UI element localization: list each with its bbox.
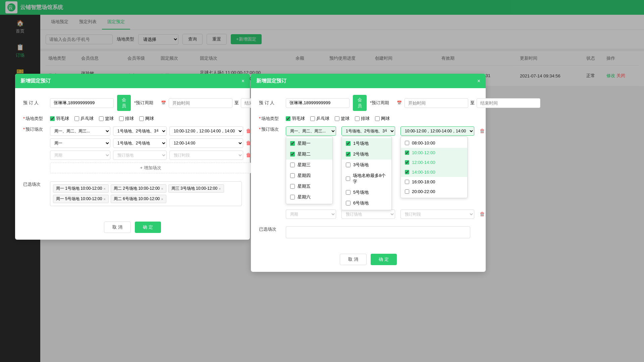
modal-2-time-2022[interactable]: 20:00-22:00: [401, 187, 467, 196]
modal-2-cancel-button[interactable]: 取 消: [340, 254, 367, 265]
modal-2-court-5[interactable]: 5号场地: [342, 187, 391, 198]
modal-2-member-input[interactable]: [286, 98, 350, 108]
modal-1-row3-time-select[interactable]: 预订时段: [169, 150, 243, 160]
modal-2-sport-checkboxes: 羽毛球 乒乓球 篮球 排球 网球: [286, 116, 390, 122]
modal-1-confirm-button[interactable]: 确 定: [135, 222, 161, 233]
modal-1-badminton-checkbox[interactable]: 羽毛球: [50, 116, 69, 122]
modal-2-row1-time-select[interactable]: 10:00-12:00，12:00-14:00，14:00-16:00，1...: [400, 126, 474, 136]
modal-1-basketball-checkbox[interactable]: 篮球: [99, 116, 114, 122]
modal-2-row2-weekday-select[interactable]: 周期: [286, 209, 336, 219]
modal-2-selected-label: 已选场次: [259, 226, 282, 232]
modal-2-member-row: 预 订 人 会员 *预订周期 📅 至: [259, 95, 478, 111]
modal-1-tag-3-close[interactable]: ×: [219, 187, 221, 191]
modal-2-time-1012[interactable]: 10:00-12:00: [401, 148, 467, 158]
modal-2-footer: 取 消 确 定: [251, 250, 486, 272]
modal-2-weekday-tuesday[interactable]: 星期二: [286, 149, 332, 160]
modal-1-row2-delete-button[interactable]: 🗑: [246, 140, 251, 146]
modal-2-field-type-label: 场地类型: [259, 116, 282, 122]
modal-1-sport-checkboxes: 羽毛球 乒乓球 篮球 排球 网球: [50, 116, 154, 122]
modal-2-court-6[interactable]: 6号场地: [342, 198, 391, 208]
modal-1-period-to: 至: [234, 100, 239, 106]
modal-1-volleyball-checkbox[interactable]: 排球: [119, 116, 134, 122]
modal-2-volleyball-checkbox[interactable]: 排球: [355, 116, 370, 122]
modal-1-title: 新增固定预订: [20, 78, 51, 84]
modal-2-basketball-checkbox[interactable]: 篮球: [335, 116, 350, 122]
modal-1-selected-label: 已选场次: [23, 181, 47, 187]
modal-1-row1-court-select[interactable]: 1号场地、2号场地、3号...: [113, 126, 167, 136]
modal-1-selected-row: 已选场次 周一 1号场地 10:00-12:00 × 周二 2号场地 10:00…: [23, 181, 242, 206]
modal-2-time-1214[interactable]: 12:00-14:00: [401, 158, 467, 167]
modal-2-time-1618[interactable]: 16:00-18:00: [401, 177, 467, 187]
modal-2-time-dropdown: 08:00-10:00 10:00-12:00 12:00-14:00 14:0…: [400, 136, 468, 198]
modal-1-row2-time-select[interactable]: 12:00-14:00: [169, 138, 243, 148]
modal-1-cancel-button[interactable]: 取 消: [104, 222, 131, 233]
modal-2-weekday-thursday[interactable]: 星期四: [286, 170, 332, 181]
modal-1-member-button[interactable]: 会员: [117, 95, 131, 111]
modal-2-pingpong-checkbox[interactable]: 乒乓球: [310, 116, 329, 122]
modal-1-tag-2-close[interactable]: ×: [161, 187, 163, 191]
modal-1-field-type-label: 场地类型: [23, 116, 47, 122]
modal-1-member-label: 预 订 人: [23, 100, 47, 106]
modal-2-body: 预 订 人 会员 *预订周期 📅 至 场地类型 羽毛球: [251, 88, 486, 250]
modal-2-booking-row-2: 周期 预订场地 预订时段 🗑: [286, 209, 485, 219]
modal-1-pingpong-checkbox[interactable]: 乒乓球: [74, 116, 94, 122]
modal-1-tennis-checkbox[interactable]: 网球: [139, 116, 154, 122]
modal-2-close-button[interactable]: ×: [477, 78, 480, 84]
modal-2-court-4[interactable]: 场地名称最多8个字: [342, 170, 391, 187]
modal-2-weekday-friday[interactable]: 星期五: [286, 181, 332, 192]
modal-2-member-label: 预 订 人: [259, 100, 282, 106]
modal-1-period-start[interactable]: [169, 98, 232, 108]
modal-1-body: 预 订 人 会员 *预订周期 📅 至 场地类型 羽毛球: [15, 88, 250, 218]
modal-1-member-input[interactable]: [50, 98, 114, 108]
modal-2-field-type-row: 场地类型 羽毛球 乒乓球 篮球 排球 网球: [259, 116, 478, 122]
modal-2-row2-time-select[interactable]: 预订时段: [400, 209, 474, 219]
modal-add-fixed-1: 新增固定预订 × 预 订 人 会员 *预订周期 📅 至 场地类型: [15, 74, 250, 240]
modal-2-period-end[interactable]: [477, 98, 540, 108]
modal-1-row3-weekday-select[interactable]: 周期: [50, 150, 110, 160]
modal-2-row2-delete-button[interactable]: 🗑: [480, 211, 485, 217]
modal-2-time-0810[interactable]: 08:00-10:00: [401, 138, 467, 148]
modal-1-tag-4-close[interactable]: ×: [103, 197, 105, 201]
modal-1-booking-row-1: 周一、周二、周三... 1号场地、2号场地、3号... 10:00-12:00，…: [50, 126, 251, 136]
modal-2-court-1[interactable]: 1号场地: [342, 138, 391, 149]
modal-1-tag-5-close[interactable]: ×: [161, 197, 163, 201]
modal-1-add-row-button[interactable]: + 增加场次: [50, 163, 251, 173]
modal-1-header: 新增固定预订 ×: [15, 74, 250, 88]
modal-2-weekday-container: 周一、周二、周三... 星期一 星期二: [286, 126, 336, 136]
modal-1-row1-weekday-select[interactable]: 周一、周二、周三...: [50, 126, 110, 136]
modal-2-period-start[interactable]: [405, 98, 468, 108]
modal-2-confirm-button[interactable]: 确 定: [371, 254, 397, 265]
modal-2-booking-rows: 周一、周二、周三... 星期一 星期二: [286, 126, 485, 222]
modal-1-booking-row-2: 周一 1号场地、2号场地 12:00-14:00 🗑: [50, 138, 251, 148]
modal-1-row2-court-select[interactable]: 1号场地、2号场地: [113, 138, 167, 148]
modal-1-tag-5: 周二 6号场地 10:00-12:00 ×: [111, 195, 166, 203]
modal-1-row3-delete-button[interactable]: 🗑: [246, 152, 251, 158]
modal-1-booking-row-3: 周期 预订场地 预订时段 🗑: [50, 150, 251, 160]
modal-2-period-input: 📅 至: [397, 98, 540, 108]
modal-1-close-button[interactable]: ×: [241, 78, 245, 84]
modal-1-row2-weekday-select[interactable]: 周一: [50, 138, 110, 148]
modal-2-tennis-checkbox[interactable]: 网球: [375, 116, 390, 122]
modal-add-fixed-2: 新增固定预订 × 预 订 人 会员 *预订周期 📅 至 场地类型: [251, 74, 486, 272]
modal-2-badminton-checkbox[interactable]: 羽毛球: [286, 116, 305, 122]
modal-1-row1-time-select[interactable]: 10:00-12:00，12:00-14:00，14:00-16:00，1...: [169, 126, 243, 136]
modal-1-row3-court-select[interactable]: 预订场地: [113, 150, 167, 160]
modal-1-row1-delete-button[interactable]: 🗑: [246, 128, 251, 134]
modal-1-tag-1-close[interactable]: ×: [103, 187, 105, 191]
modal-2-court-3[interactable]: 3号场地: [342, 160, 391, 170]
modal-2-row1-weekday-select[interactable]: 周一、周二、周三...: [286, 126, 336, 136]
modal-2-booking-label: 预订场次: [259, 126, 282, 132]
modal-2-weekday-saturday[interactable]: 星期六: [286, 192, 332, 202]
modal-2-weekday-wednesday[interactable]: 星期三: [286, 160, 332, 170]
modal-2-booking-row-1: 周一、周二、周三... 星期一 星期二: [286, 126, 485, 136]
modal-2-weekday-monday[interactable]: 星期一: [286, 138, 332, 149]
modal-2-member-button[interactable]: 会员: [353, 95, 367, 111]
modal-2-selected-tags: [286, 226, 470, 238]
modal-2-court-2[interactable]: 2号场地: [342, 149, 391, 160]
modal-2-row1-court-select[interactable]: 1号场地、2号场地、3号...: [341, 126, 395, 136]
modal-1-selected-tags: 周一 1号场地 10:00-12:00 × 周二 2号场地 10:00-12:0…: [50, 181, 242, 206]
modal-2-row2-court-select[interactable]: 预订场地: [341, 209, 395, 219]
modal-2-time-1416[interactable]: 14:00-16:00: [401, 167, 467, 177]
modal-2-time-container: 10:00-12:00，12:00-14:00，14:00-16:00，1...…: [400, 126, 474, 136]
modal-2-row1-delete-button[interactable]: 🗑: [480, 128, 485, 134]
